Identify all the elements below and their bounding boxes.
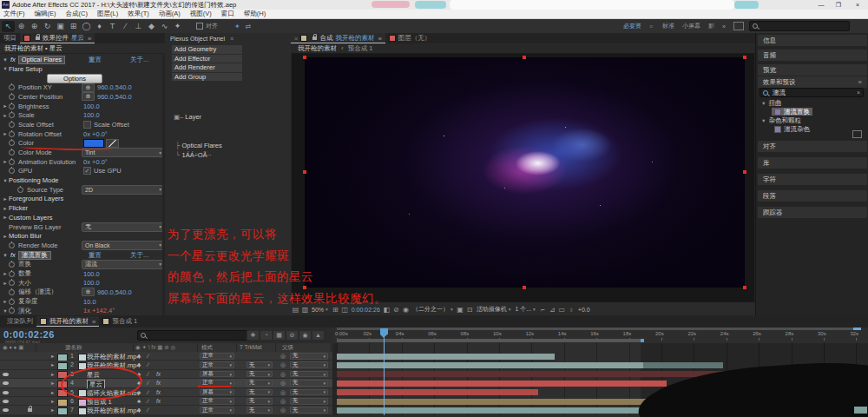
column-source-name[interactable]: 源名称 xyxy=(65,344,82,352)
motion-blur-icon[interactable]: ◉ xyxy=(299,330,312,341)
property-row[interactable]: ►Scale100.0 xyxy=(0,110,165,120)
parent-dropdown[interactable]: 无▾ xyxy=(290,353,328,360)
quality-slash-switch[interactable]: ∕ xyxy=(148,380,148,386)
parent-pickwhip-icon[interactable]: ◎ xyxy=(280,371,286,378)
layer-row[interactable]: ►7我开枪的素材.mp4♣∕正常▾无▾◎无▾ xyxy=(0,406,332,414)
property-row[interactable]: ►复杂度10.0 xyxy=(0,297,165,307)
property-row[interactable]: Options xyxy=(0,74,165,83)
navigator-end-handle[interactable] xyxy=(853,328,861,330)
layer-expander-icon[interactable]: ► xyxy=(50,381,55,386)
quality-switch[interactable]: ♣ xyxy=(137,389,141,395)
comp-mini-flowchart-icon[interactable]: ❖ xyxy=(247,330,260,341)
panel-menu-icon[interactable]: ≡ xyxy=(230,36,233,42)
parent-dropdown[interactable]: 无▾ xyxy=(290,398,328,405)
stopwatch-icon[interactable] xyxy=(17,187,23,193)
twirl-icon[interactable]: ▼ xyxy=(0,57,10,63)
comp-handle[interactable] xyxy=(303,170,306,174)
frame-blending-icon[interactable]: ⊘ xyxy=(286,330,299,341)
minimize-button[interactable]: — xyxy=(814,0,828,10)
twirl-icon[interactable]: ► xyxy=(2,131,9,136)
quality-slash-switch[interactable]: ∕ xyxy=(148,389,148,395)
property-row[interactable]: ►大小100.0 xyxy=(0,278,165,288)
menu-item[interactable]: 视图(V) xyxy=(190,10,212,18)
property-value[interactable]: 100.0 xyxy=(83,111,100,119)
quality-slash-switch[interactable]: ∕ xyxy=(148,398,148,404)
plexus-add-button[interactable]: Add Renderer xyxy=(172,63,242,72)
reset-link[interactable]: 重置 xyxy=(89,56,102,64)
property-value[interactable]: 100.0 xyxy=(83,270,100,278)
layer-row[interactable]: ►3星云♣∕fx屏幕▾无▾◎无▾ xyxy=(0,370,332,379)
stopwatch-icon[interactable] xyxy=(9,271,15,277)
property-row[interactable]: Render ModeOn Black▾ xyxy=(0,241,165,250)
parent-pickwhip-icon[interactable]: ◎ xyxy=(280,398,286,405)
layer-row[interactable]: ►2我开枪的素材.mp4♣∕正常▾无▾◎无▾ xyxy=(0,361,332,369)
transparency-grid-icon[interactable]: ⊡ xyxy=(465,306,475,314)
point-picker-icon[interactable]: ⊕ xyxy=(82,92,95,101)
show-snapshot-icon[interactable]: ⊘ xyxy=(391,306,401,314)
twirl-icon[interactable]: ► xyxy=(2,113,9,118)
snap-checkbox[interactable] xyxy=(196,23,203,30)
stopwatch-icon[interactable] xyxy=(9,131,15,137)
property-row[interactable]: 置换湍流▾ xyxy=(0,260,165,269)
trkmat-dropdown[interactable]: 无▾ xyxy=(247,389,273,396)
panel-tracker[interactable]: 跟踪器 xyxy=(758,207,867,218)
property-checkbox[interactable] xyxy=(83,121,91,129)
mode-dropdown[interactable]: 正常▾ xyxy=(200,361,234,368)
twirl-icon[interactable]: ▼ xyxy=(2,308,9,314)
stopwatch-icon[interactable] xyxy=(9,280,15,286)
trkmat-dropdown[interactable]: 无▾ xyxy=(247,380,273,387)
stopwatch-icon[interactable] xyxy=(9,242,15,248)
twirl-icon[interactable]: ▼ xyxy=(761,118,766,123)
exposure-value[interactable]: +0.0 xyxy=(578,307,590,313)
stopwatch-icon[interactable] xyxy=(9,140,15,146)
puppet-pin-tool[interactable]: ✦ xyxy=(171,21,184,32)
turbulent-displace-header[interactable]: ▼ fx 湍流置换 重置 关于... xyxy=(0,250,165,260)
parent-pickwhip-icon[interactable]: ◎ xyxy=(280,361,286,368)
layer-row[interactable]: ►5循环火焰素材.mov♣∕fx屏幕▾无▾◎无▾ xyxy=(0,388,332,397)
fx-switch[interactable]: fx xyxy=(156,380,161,386)
twirl-icon[interactable]: ▼ xyxy=(0,253,10,258)
column-mode[interactable]: 模式 xyxy=(201,344,213,352)
property-row[interactable]: ►Animation Evolution0x +0.0° xyxy=(0,157,165,167)
quality-switch[interactable]: ♣ xyxy=(137,407,141,413)
mode-dropdown[interactable]: 正常▾ xyxy=(200,398,234,405)
clone-stamp-tool[interactable]: ⊥ xyxy=(132,21,145,32)
property-row[interactable]: Position XY⊕960.0,540.0 xyxy=(0,83,165,92)
column-parent[interactable]: 父级 xyxy=(282,344,293,352)
options-button[interactable]: Options xyxy=(47,74,102,83)
quality-switch[interactable]: ♣ xyxy=(137,361,141,367)
hide-shy-layers-icon[interactable]: ▦ xyxy=(273,330,286,341)
property-row[interactable]: ►Motion Blur xyxy=(0,231,165,241)
property-value[interactable]: 960.0,540.0 xyxy=(97,93,132,101)
shape-tool[interactable]: ◯ xyxy=(80,21,93,32)
layer-color-chip[interactable] xyxy=(57,354,68,361)
workspace-search[interactable] xyxy=(749,21,850,31)
panel-menu-icon[interactable]: ≡ xyxy=(858,76,862,88)
menu-item[interactable]: 效果(T) xyxy=(128,10,149,18)
stopwatch-icon[interactable] xyxy=(9,159,15,165)
layer-eye-icon[interactable] xyxy=(3,400,9,403)
lock-icon[interactable] xyxy=(312,36,317,40)
parent-dropdown[interactable]: 无▾ xyxy=(290,380,328,387)
new-folder-icon[interactable] xyxy=(852,130,862,138)
current-time-display[interactable]: 0:00:02:26 xyxy=(3,329,55,340)
share-icon[interactable]: ✦ xyxy=(234,23,240,30)
plexus-add-button[interactable]: Add Effector xyxy=(172,55,242,63)
playhead-handle[interactable] xyxy=(380,328,388,334)
quality-slash-switch[interactable]: ∕ xyxy=(148,361,148,367)
twirl-icon[interactable]: ▼ xyxy=(2,178,9,183)
eraser-tool[interactable]: ◆ xyxy=(145,21,158,32)
layer-eye-icon[interactable] xyxy=(3,373,9,376)
comp-handle[interactable] xyxy=(303,56,306,59)
effect-item[interactable]: 湍流置换 xyxy=(772,108,812,116)
trkmat-dropdown[interactable]: 无▾ xyxy=(247,361,273,368)
layer-color-chip[interactable] xyxy=(57,362,68,370)
panel-menu-icon[interactable]: ≡ xyxy=(88,35,91,43)
stopwatch-icon[interactable] xyxy=(9,308,15,314)
layer-row[interactable]: ►6预合成 1♣∕fx正常▾无▾◎无▾ xyxy=(0,397,332,406)
parent-dropdown[interactable]: 无▾ xyxy=(290,389,328,396)
layer-eye-icon[interactable] xyxy=(3,381,9,385)
reset-link[interactable]: 重置 xyxy=(89,251,102,260)
parent-pickwhip-icon[interactable]: ◎ xyxy=(280,380,286,387)
column-trkmat[interactable]: T TrkMat xyxy=(240,344,262,350)
